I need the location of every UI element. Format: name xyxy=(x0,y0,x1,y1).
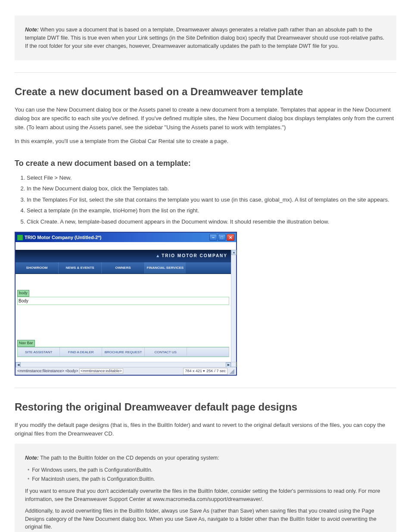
screenshot-dreamweaver-window: TRIO Motor Company (Untitled-2*) – □ ✕ T… xyxy=(15,232,237,376)
bottom-nav: SITE ASSISTANT FIND A DEALER BROCHURE RE… xyxy=(18,347,229,357)
section1-para1: You can use the New Document dialog box … xyxy=(15,106,396,131)
document-canvas: ▲TRIO MOTOR COMPANY SHOWROOM NEWS & EVEN… xyxy=(16,250,231,370)
step-2: In the New Document dialog box, click th… xyxy=(27,184,396,193)
note-label-b: Note: xyxy=(25,455,39,461)
tag-selector-path[interactable]: <mmtinstance:fileinstance> <body> <mmtin… xyxy=(17,368,123,374)
noteB-intro: The path to the BuiltIn folder on the CD… xyxy=(40,455,219,461)
step-5: Click Create. A new, template-based docu… xyxy=(27,218,396,226)
heading-restoring: Restoring the original Dreamweaver defau… xyxy=(15,399,396,415)
maximize-button[interactable]: □ xyxy=(218,234,226,241)
note-label: Note: xyxy=(25,27,39,33)
bullet-icon: • xyxy=(28,475,29,483)
heading-create-new-doc: Create a new document based on a Dreamwe… xyxy=(15,84,396,100)
botnav-brochure[interactable]: BROCHURE REQUEST xyxy=(102,348,144,356)
editable-region-body: body Body xyxy=(17,288,229,305)
editable-region-tab-navbar[interactable]: Nav Bar xyxy=(17,340,35,347)
scroll-up-icon[interactable]: ▲ xyxy=(231,250,237,255)
window-titlebar: TRIO Motor Company (Untitled-2*) – □ ✕ xyxy=(16,233,236,242)
vertical-scrollbar[interactable]: ▲ ▼ xyxy=(231,250,236,367)
divider xyxy=(15,72,396,73)
section2-para: If you modify the default page designs (… xyxy=(15,421,396,438)
botnav-find-dealer[interactable]: FIND A DEALER xyxy=(60,348,102,356)
minimize-button[interactable]: – xyxy=(209,234,217,241)
top-nav: SHOWROOM NEWS & EVENTS OWNERS FINANCIAL … xyxy=(16,262,231,274)
step-4: Select a template (in the example, trioH… xyxy=(27,206,396,215)
botnav-contact[interactable]: CONTACT US xyxy=(145,348,187,356)
resize-grip-icon[interactable] xyxy=(229,369,234,374)
step-1: Select File > New. xyxy=(27,174,396,182)
botnav-site-assistant[interactable]: SITE ASSISTANT xyxy=(18,348,60,356)
bullet-icon: • xyxy=(28,466,29,474)
note-box-relative-path: Note: When you save a document that is b… xyxy=(15,16,396,60)
status-bar: <mmtinstance:fileinstance> <body> <mmtin… xyxy=(16,367,236,375)
step-3: In the Templates For list, select the si… xyxy=(27,196,396,204)
section1-para2: In this example, you'll use a template f… xyxy=(15,137,396,146)
noteB-para3: Additionally, to avoid overwriting files… xyxy=(25,507,386,531)
noteB-bullet1: For Windows users, the path is Configura… xyxy=(32,466,152,474)
noteB-bullet2: For Macintosh users, the path is Configu… xyxy=(32,475,155,483)
editable-region-tab-body[interactable]: body xyxy=(17,290,29,297)
noteB-para2: If you want to ensure that you don't acc… xyxy=(25,487,386,504)
brand-logo-text: ▲TRIO MOTOR COMPANY xyxy=(156,252,227,259)
note-text: When you save a document that is based o… xyxy=(25,27,384,49)
nav-showroom[interactable]: SHOWROOM xyxy=(16,262,59,274)
nav-financial[interactable]: FINANCIAL SERVICES xyxy=(145,262,186,274)
nav-owners[interactable]: OWNERS xyxy=(102,262,145,274)
page-banner: ▲TRIO MOTOR COMPANY SHOWROOM NEWS & EVEN… xyxy=(16,250,231,274)
nav-news[interactable]: NEWS & EVENTS xyxy=(59,262,102,274)
note-box-builtin-path: Note: The path to the BuiltIn folder on … xyxy=(15,444,396,532)
window-controls: – □ ✕ xyxy=(209,234,234,241)
window-title: TRIO Motor Company (Untitled-2*) xyxy=(25,234,101,241)
scrollbar-corner xyxy=(231,362,236,367)
steps-list: Select File > New. In the New Document d… xyxy=(24,174,396,226)
dimensions-size[interactable]: 784 x 421 ▾ 25K / 7 sec xyxy=(183,368,227,375)
app-icon xyxy=(17,235,23,240)
horizontal-scrollbar[interactable]: ◀ ▶ xyxy=(16,362,231,367)
divider xyxy=(15,388,396,388)
steps-intro: To create a new document based on a temp… xyxy=(15,158,396,169)
close-button[interactable]: ✕ xyxy=(227,234,234,241)
brand-triangle-icon: ▲ xyxy=(156,253,161,258)
editable-region-navbar[interactable]: SITE ASSISTANT FIND A DEALER BROCHURE RE… xyxy=(17,347,229,357)
editable-region-body-content[interactable]: Body xyxy=(17,297,229,305)
